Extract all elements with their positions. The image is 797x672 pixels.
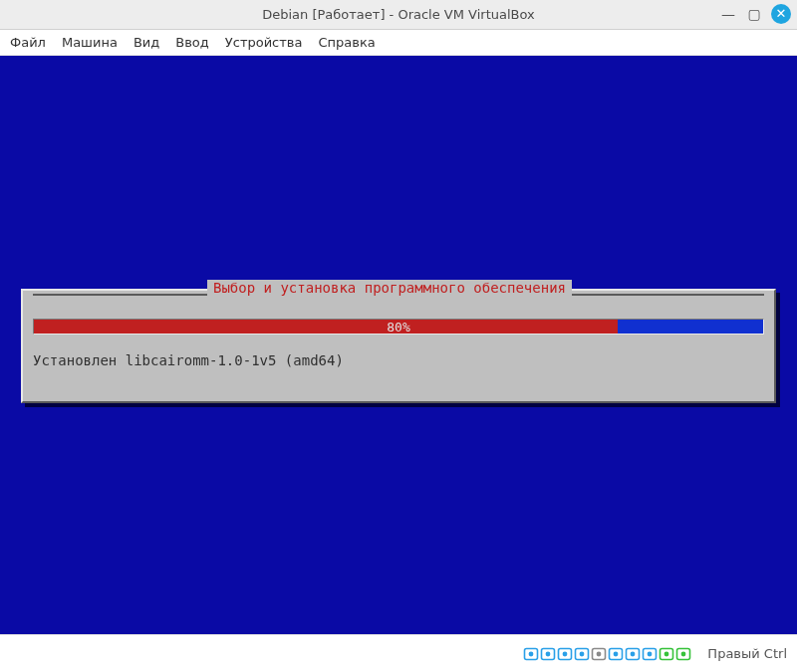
- hostkey-label: Правый Ctrl: [701, 646, 787, 661]
- svg-point-11: [614, 651, 619, 656]
- install-status-text: Установлен libcairomm-1.0-1v5 (amd64): [33, 352, 764, 368]
- menubar: Файл Машина Вид Ввод Устройства Справка: [0, 30, 797, 56]
- window-title: Debian [Работает] - Oracle VM VirtualBox: [262, 7, 535, 22]
- dialog-rule: [33, 294, 207, 296]
- menu-view[interactable]: Вид: [133, 35, 159, 50]
- menu-input[interactable]: Ввод: [175, 35, 209, 50]
- hostkey-status-icon[interactable]: [675, 646, 691, 662]
- maximize-button[interactable]: ▢: [745, 5, 763, 23]
- installer-dialog: Выбор и установка программного обеспечен…: [21, 289, 776, 403]
- close-button[interactable]: ✕: [771, 4, 791, 24]
- dialog-title: Выбор и установка программного обеспечен…: [207, 280, 572, 296]
- mouse-integration-icon[interactable]: [659, 646, 674, 662]
- clipboard-icon[interactable]: [642, 646, 658, 662]
- display-icon[interactable]: [608, 646, 624, 662]
- svg-point-15: [648, 651, 653, 656]
- svg-point-17: [664, 651, 669, 656]
- svg-point-19: [681, 651, 686, 656]
- guest-display[interactable]: Выбор и установка программного обеспечен…: [0, 56, 797, 634]
- svg-point-1: [529, 651, 534, 656]
- svg-point-5: [563, 651, 568, 656]
- recording-icon[interactable]: [625, 646, 641, 662]
- menu-file[interactable]: Файл: [10, 35, 46, 50]
- shared-folder-icon[interactable]: [591, 646, 607, 662]
- svg-point-9: [597, 651, 602, 656]
- vm-statusbar: Правый Ctrl: [0, 634, 797, 672]
- svg-point-13: [631, 651, 636, 656]
- usb-icon[interactable]: [574, 646, 590, 662]
- dialog-rule: [572, 294, 764, 296]
- svg-point-7: [580, 651, 585, 656]
- svg-point-3: [546, 651, 551, 656]
- menu-devices[interactable]: Устройства: [225, 35, 303, 50]
- menu-help[interactable]: Справка: [318, 35, 375, 50]
- optical-icon[interactable]: [540, 646, 556, 662]
- window-titlebar: Debian [Работает] - Oracle VM VirtualBox…: [0, 0, 797, 30]
- minimize-button[interactable]: —: [719, 5, 737, 23]
- progress-bar: 80%: [33, 319, 764, 335]
- menu-machine[interactable]: Машина: [62, 35, 118, 50]
- network-icon[interactable]: [557, 646, 573, 662]
- hdd-icon[interactable]: [523, 646, 539, 662]
- progress-label: 80%: [34, 320, 763, 334]
